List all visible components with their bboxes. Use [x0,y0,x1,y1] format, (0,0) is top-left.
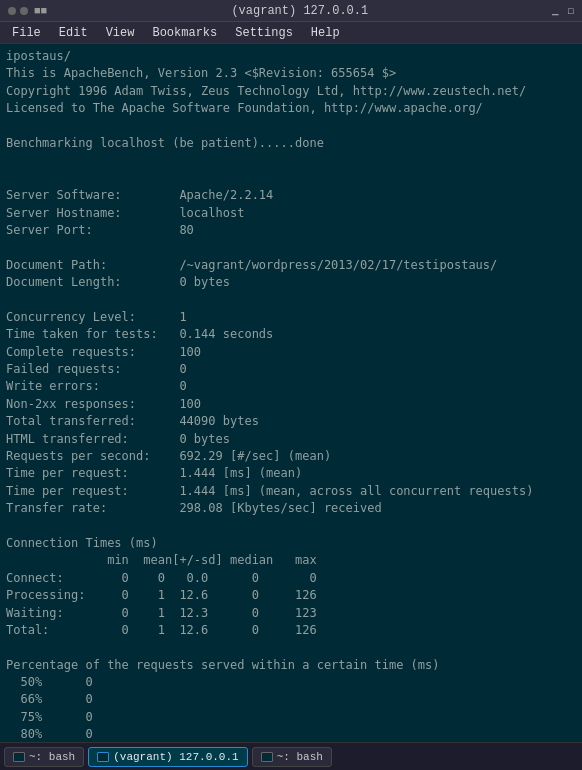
taskbar: ~: bash (vagrant) 127.0.0.1 ~: bash [0,742,582,770]
menu-help[interactable]: Help [303,24,348,42]
taskbar-label-2: ~: bash [277,751,323,763]
title-bar-left: ■■ [8,5,47,17]
menu-edit[interactable]: Edit [51,24,96,42]
taskbar-item-0[interactable]: ~: bash [4,747,84,767]
menu-bookmarks[interactable]: Bookmarks [144,24,225,42]
terminal-output[interactable]: ipostaus/ This is ApacheBench, Version 2… [0,44,582,742]
terminal-text: ipostaus/ This is ApacheBench, Version 2… [6,48,576,742]
menu-bar: File Edit View Bookmarks Settings Help [0,22,582,44]
taskbar-item-2[interactable]: ~: bash [252,747,332,767]
taskbar-item-1[interactable]: (vagrant) 127.0.0.1 [88,747,247,767]
window-dot-1 [8,7,16,15]
menu-settings[interactable]: Settings [227,24,301,42]
maximize-button[interactable]: ☐ [567,4,574,17]
terminal-icon-0 [13,752,25,762]
title-bar-controls[interactable]: ⎯ ☐ [552,4,574,17]
taskbar-label-1: (vagrant) 127.0.0.1 [113,751,238,763]
title-bar-dots [8,7,28,15]
menu-file[interactable]: File [4,24,49,42]
terminal-icon-2 [261,752,273,762]
window-dot-2 [20,7,28,15]
minimize-button[interactable]: ⎯ [552,4,559,17]
terminal-icon-1 [97,752,109,762]
window-title: (vagrant) 127.0.0.1 [231,4,368,18]
title-bar: ■■ (vagrant) 127.0.0.1 ⎯ ☐ [0,0,582,22]
menu-view[interactable]: View [98,24,143,42]
taskbar-label-0: ~: bash [29,751,75,763]
title-bar-icon: ■■ [34,5,47,17]
